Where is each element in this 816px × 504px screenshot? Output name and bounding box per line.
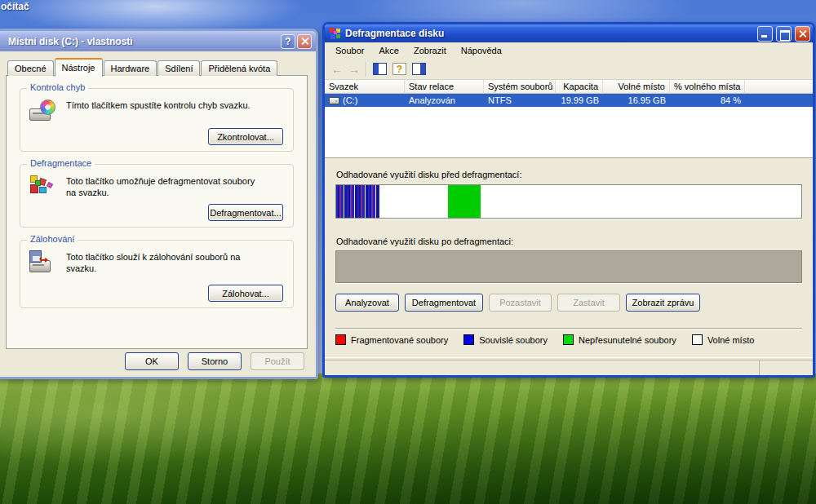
tab-pridelena-kvota[interactable]: Přidělená kvóta <box>201 60 277 76</box>
menu-napoveda[interactable]: Nápověda <box>454 43 509 58</box>
defrag-title: Defragmentace disku <box>345 28 444 39</box>
minimize-button[interactable] <box>757 26 773 42</box>
check-now-button[interactable]: Zkontrolovat... <box>208 128 283 145</box>
fragmented-swatch <box>335 334 346 345</box>
defrag-toolbar: ← → ? <box>325 59 813 80</box>
column-stav-relace[interactable]: Stav relace <box>405 80 484 94</box>
volume-row-c[interactable]: (C:) Analyzován NTFS 19.99 GB 16.95 GB 8… <box>325 94 813 107</box>
column-volne-misto[interactable]: Volné místo <box>603 80 670 94</box>
back-icon[interactable]: ← <box>331 64 343 75</box>
usage-before-bar <box>335 184 802 219</box>
volume-list-header: Svazek Stav relace Systém souborů Kapaci… <box>325 80 813 94</box>
close-button[interactable] <box>297 34 312 49</box>
backup-now-button[interactable]: Zálohovat... <box>208 285 283 302</box>
usage-after-label: Odhadované využití disku po defragmentac… <box>336 237 513 246</box>
group-backup: Zálohování ↪ Toto tlačítko slouží k zálo… <box>20 240 294 308</box>
desktop-grass <box>0 374 816 504</box>
percent-free-cell: 84 % <box>670 95 745 105</box>
file-system-cell: NTFS <box>484 95 556 105</box>
close-icon <box>799 30 806 38</box>
column-pct-volneho-mista[interactable]: % volného místa <box>670 80 745 94</box>
free-space-cell: 16.95 GB <box>603 95 670 105</box>
capacity-cell: 19.99 GB <box>556 95 603 105</box>
stop-button[interactable]: Zastavit <box>557 294 620 312</box>
backup-icon: ↪ <box>29 250 56 276</box>
legend-separator <box>335 328 802 329</box>
column-filler <box>745 80 813 94</box>
legend-free: Volné místo <box>692 334 754 345</box>
group-error-checking-title: Kontrola chyb <box>27 82 88 92</box>
tab-nastroje[interactable]: Nástroje <box>55 58 103 77</box>
defragment-icon <box>29 175 56 201</box>
session-status-cell: Analyzován <box>405 95 484 105</box>
status-bar <box>325 357 813 375</box>
disk-drive-icon <box>329 97 339 104</box>
close-button[interactable] <box>795 26 810 42</box>
column-kapacita[interactable]: Kapacita <box>556 80 603 94</box>
toolbar-separator <box>366 62 367 77</box>
volume-cell: (C:) <box>325 95 405 105</box>
free-swatch <box>692 334 703 345</box>
defragment-button[interactable]: Defragmentovat <box>405 294 483 312</box>
pause-button[interactable]: Pozastavit <box>489 294 552 312</box>
help-icon[interactable]: ? <box>392 63 406 75</box>
group-defragmentation: Defragmentace Toto tlačítko umožňuje def… <box>20 164 294 228</box>
legend-contiguous: Souvislé soubory <box>463 334 548 345</box>
contiguous-swatch <box>463 334 474 345</box>
analyze-button[interactable]: Analyzovat <box>335 294 399 312</box>
desktop-background: očítač Místní disk (C:) - vlastnosti ? O… <box>0 0 816 504</box>
defrag-bottom-panel: Odhadované využití disku před defragment… <box>325 158 813 357</box>
menu-soubor[interactable]: Soubor <box>328 43 371 58</box>
tab-obecne[interactable]: Obecné <box>7 60 54 76</box>
action-buttons: Analyzovat Defragmentovat Pozastavit Zas… <box>335 294 700 312</box>
properties-titlebar[interactable]: Místní disk (C:) - vlastnosti ? <box>0 31 316 51</box>
group-backup-description: Toto tlačítko slouží k zálohování soubor… <box>66 250 266 276</box>
ok-button[interactable]: OK <box>125 352 179 370</box>
group-backup-title: Zálohování <box>27 234 78 244</box>
column-system-souboru[interactable]: Systém souborů <box>484 80 556 94</box>
backup-arrow-icon: ↪ <box>39 254 48 266</box>
view-report-button[interactable]: Zobrazit zprávu <box>626 294 700 312</box>
defrag-app-icon <box>329 27 342 40</box>
defrag-menubar: Soubor Akce Zobrazit Nápověda <box>325 42 813 59</box>
usage-after-fill <box>336 251 801 282</box>
status-bar-right <box>759 360 813 375</box>
tab-sdileni[interactable]: Sdílení <box>157 60 200 76</box>
show-console-tree-icon[interactable] <box>373 63 387 75</box>
unmovable-swatch <box>563 334 574 345</box>
tab-page-nastroje: Kontrola chyb Tímto tlačítkem spustíte k… <box>6 75 308 349</box>
group-error-checking: Kontrola chyb Tímto tlačítkem spustíte k… <box>20 88 294 152</box>
defragment-now-button[interactable]: Defragmentovat... <box>208 204 283 221</box>
defrag-titlebar[interactable]: Defragmentace disku <box>325 24 813 42</box>
legend-unmovable: Nepřesunutelné soubory <box>563 334 676 345</box>
help-button[interactable]: ? <box>281 34 295 49</box>
dialog-footer: OK Storno Použít <box>125 352 304 370</box>
legend-fragmented: Fragmentované soubory <box>335 334 448 345</box>
maximize-button[interactable] <box>776 26 792 42</box>
group-defragmentation-title: Defragmentace <box>27 158 95 168</box>
legend: Fragmentované soubory Souvislé soubory N… <box>335 334 769 345</box>
tab-hardware[interactable]: Hardware <box>104 60 157 76</box>
show-action-pane-icon[interactable] <box>412 63 426 75</box>
volume-list: Svazek Stav relace Systém souborů Kapaci… <box>325 80 813 158</box>
menu-zobrazit[interactable]: Zobrazit <box>406 43 454 58</box>
apply-button[interactable]: Použít <box>251 352 304 370</box>
check-disk-icon <box>29 99 56 125</box>
column-svazek[interactable]: Svazek <box>325 80 405 94</box>
properties-title: Místní disk (C:) - vlastnosti <box>8 36 133 47</box>
group-error-checking-description: Tímto tlačítkem spustíte kontrolu chyb s… <box>66 99 251 125</box>
cancel-button[interactable]: Storno <box>188 352 242 370</box>
usage-before-label: Odhadované využití disku před defragment… <box>336 170 521 179</box>
forward-icon[interactable]: → <box>348 64 360 75</box>
unmovable-block <box>448 185 481 218</box>
properties-dialog: Místní disk (C:) - vlastnosti ? Obecné N… <box>0 29 318 379</box>
fragmented-stripes <box>336 185 379 218</box>
tab-strip: Obecné Nástroje Hardware Sdílení Přiděle… <box>7 58 308 76</box>
close-icon <box>301 38 308 45</box>
menu-akce[interactable]: Akce <box>371 43 406 58</box>
background-window-title: očítač <box>1 1 29 12</box>
usage-after-bar <box>335 250 802 283</box>
properties-body: Obecné Nástroje Hardware Sdílení Přiděle… <box>0 51 316 377</box>
defrag-window: Defragmentace disku Soubor Akce Zobrazit… <box>322 22 815 378</box>
group-defragmentation-description: Toto tlačítko umožňuje defragmentovat so… <box>66 175 266 201</box>
